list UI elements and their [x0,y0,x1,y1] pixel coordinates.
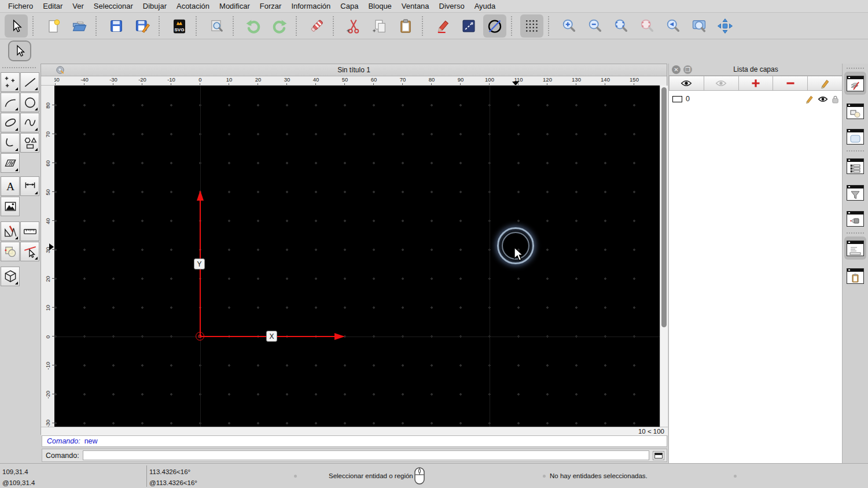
dimension-tool-button[interactable] [20,176,39,196]
menu-item[interactable]: Ayuda [475,2,496,10]
ellipse-tool-button[interactable] [1,113,20,132]
image-tool-button[interactable] [1,197,20,216]
add-layer-button[interactable] [739,76,774,91]
ruler-label: 20 [244,76,273,86]
zoom-selection-button[interactable] [635,14,659,38]
remove-layer-button[interactable] [773,76,808,91]
circle-tool-button[interactable] [20,93,39,112]
app-icon [56,66,65,75]
redo-icon [271,17,288,35]
palette-select-button[interactable] [8,40,31,61]
undo-button[interactable] [242,14,265,38]
menu-item[interactable]: Ventana [402,2,429,10]
cut-button[interactable] [342,14,365,38]
menu-item[interactable]: Seleccionar [94,2,133,10]
hatch-tool-button[interactable] [1,153,20,173]
edit-pencil-icon[interactable] [805,94,814,103]
grid-toggle-button[interactable] [520,14,543,38]
cad-tools-button[interactable] [1,221,20,241]
line-settings-button[interactable] [457,14,480,38]
ruler-corner [41,76,54,86]
zoom-previous-button[interactable] [661,14,685,38]
spline-tool-button[interactable] [20,113,39,132]
strip-drag-handle[interactable] [847,68,864,69]
menu-item[interactable]: Forzar [260,2,282,10]
command-line-panel-button[interactable] [844,236,866,260]
redo-button[interactable] [268,14,291,38]
paste-button[interactable] [394,14,417,38]
scrollbar-thumb[interactable] [661,87,667,327]
layer-color-swatch[interactable] [672,96,682,102]
layer-panel-toolbar [669,76,843,91]
hide-all-layers-button[interactable] [704,76,739,91]
layer-name: 0 [686,95,690,103]
clipboard-panel-button[interactable] [844,264,866,287]
menu-item[interactable]: Bloque [368,2,391,10]
ruler-label: 90 [41,86,54,91]
lock-icon[interactable] [832,95,839,103]
menu-item[interactable]: Ver [72,2,84,10]
modify-tool-button[interactable] [1,242,20,261]
pan-arrows-icon [716,17,734,35]
zoom-auto-button[interactable] [609,14,632,38]
menu-item[interactable]: Información [291,2,330,10]
ruler-position-marker-x [512,82,519,86]
menu-item[interactable]: Fichero [8,2,33,10]
points-tool-button[interactable] [1,72,20,92]
open-file-button[interactable] [68,14,91,38]
detach-command-line-button[interactable] [653,451,664,460]
print-preview-button[interactable] [205,14,228,38]
spotlight-panel-button[interactable] [844,207,866,230]
menu-item[interactable]: Acotación [176,2,209,10]
svg-export-button[interactable]: SVG [168,14,191,38]
zoom-window-button[interactable] [687,14,711,38]
edit-layer-button[interactable] [808,76,843,91]
command-input[interactable] [83,450,649,460]
zoom-pan-button[interactable] [713,14,737,38]
polyline-tool-button[interactable] [1,133,20,153]
menu-item[interactable]: Dibujar [143,2,167,10]
show-all-layers-button[interactable] [669,76,704,91]
draft-mode-button[interactable] [483,14,506,38]
document-title-bar[interactable]: Sin título 1 [41,64,667,76]
ruler-label: 60 [41,149,54,178]
menu-item[interactable]: Capa [340,2,358,10]
measure-tool-button[interactable] [20,221,39,241]
layer-list-panel-button[interactable] [844,72,866,95]
menu-item[interactable]: Diverso [439,2,465,10]
save-button[interactable] [105,14,128,38]
select-entity-tool-button[interactable] [20,242,39,261]
selection-filter-panel-button[interactable] [844,181,866,204]
library-browser-panel-button[interactable] [844,125,866,148]
zoom-out-button[interactable] [583,14,606,38]
zoom-in-button[interactable] [557,14,580,38]
layer-panel-header: ✕ ❐ Lista de capas [669,64,843,76]
visibility-eye-icon[interactable] [818,95,828,103]
ruler-label: 60 [359,76,388,86]
drawing-canvas[interactable]: Y X [54,86,660,427]
vertical-scrollbar[interactable] [660,86,668,427]
arc-tool-button[interactable] [1,93,20,112]
ruler-icon [23,224,38,239]
ruler-label: 10 [41,293,54,322]
save-as-button[interactable] [131,14,154,38]
layer-row[interactable]: 0 [669,93,843,105]
box3d-tool-button[interactable] [1,267,20,286]
attributes-button[interactable] [431,14,454,38]
command-input-row: Comando: [42,449,667,462]
line-tool-button[interactable] [20,72,39,92]
menu-item[interactable]: Modificar [219,2,250,10]
copy-button[interactable] [368,14,391,38]
shapes-tool-button[interactable] [20,133,39,153]
palette-drag-handle[interactable] [2,67,36,68]
select-arrow-button[interactable] [5,14,28,38]
property-list-panel-button[interactable] [844,154,866,178]
svg-text:A: A [6,180,14,193]
zoom-out-icon [587,18,603,34]
delete-button[interactable] [305,14,328,38]
block-list-panel-button[interactable] [844,99,866,123]
text-tool-button[interactable]: A [1,176,20,196]
menu-item[interactable]: Editar [43,2,62,10]
ruler-label: 20 [41,264,54,293]
new-document-button[interactable] [42,14,65,38]
